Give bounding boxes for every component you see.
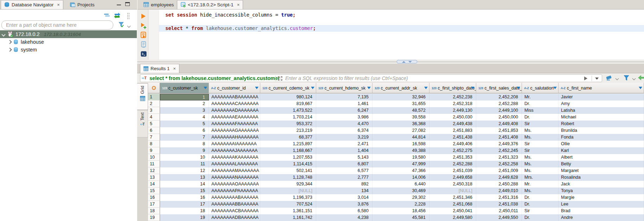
- cell-c_first_sales_date_sk-row7[interactable]: 2,451,408: [476, 134, 522, 141]
- cell-c_customer_id-row18[interactable]: AAAAAAAACBAAAAAA: [209, 208, 260, 214]
- collapse-all-icon[interactable]: [103, 13, 110, 18]
- execute-new-tab-button[interactable]: [140, 23, 147, 29]
- cell-c_current_cdemo_sk-row8[interactable]: 1,215,897: [260, 141, 316, 147]
- cell-c_current_hdemo_sk-row8[interactable]: 2,471: [316, 141, 372, 147]
- row-number[interactable]: 19: [148, 214, 160, 221]
- expander-icon[interactable]: [8, 48, 11, 51]
- cell-c_first_name-row4[interactable]: Michael: [559, 114, 644, 121]
- tab-database-navigator[interactable]: Database Navigator ×: [1, 0, 63, 9]
- column-header-c_current_addr_sk[interactable]: 123c_current_addr_sk: [372, 83, 429, 93]
- row-number[interactable]: 14: [148, 181, 160, 188]
- cell-c_current_hdemo_sk-row9[interactable]: 1,404: [316, 147, 372, 154]
- results-grid[interactable]: 123c_customer_skA-Zc_customer_id123c_cur…: [148, 83, 644, 221]
- cell-c_current_addr_sk-row9[interactable]: 49,388: [372, 147, 429, 154]
- cell-c_customer_sk-row12[interactable]: 12: [160, 167, 209, 174]
- cell-c_current_cdemo_sk-row1[interactable]: 980,124: [260, 94, 316, 100]
- close-icon[interactable]: ×: [237, 2, 240, 7]
- cell-c_salutation-row18[interactable]: Sir: [522, 208, 559, 214]
- cell-c_current_addr_sk-row5[interactable]: 36,368: [372, 121, 429, 127]
- cell-c_customer_sk-row5[interactable]: 5: [160, 121, 209, 127]
- column-menu-dropdown-icon[interactable]: [639, 87, 642, 89]
- collapse-up-icon[interactable]: [402, 61, 406, 63]
- cell-c_salutation-row12[interactable]: Ms.: [522, 167, 559, 174]
- cell-c_customer_id-row11[interactable]: AAAAAAAALAAAAAAA: [209, 161, 260, 167]
- splitter-collapse-control[interactable]: [397, 60, 417, 63]
- toolbar-grip-icon[interactable]: [127, 12, 130, 19]
- code-line[interactable]: select * from lakehouse.customer_analyti…: [165, 25, 316, 32]
- cell-c_current_cdemo_sk-row4[interactable]: 1,703,214: [260, 114, 316, 121]
- tree-item-system[interactable]: system: [0, 46, 137, 54]
- cell-c_first_sales_date_sk-row8[interactable]: 2,449,376: [476, 141, 522, 147]
- expand-filter-icon[interactable]: [278, 76, 283, 81]
- link-with-editor-icon[interactable]: [113, 12, 121, 18]
- cell-c_first_sales_date_sk-row9[interactable]: 2,452,245: [476, 147, 522, 154]
- cell-c_customer_id-row7[interactable]: AAAAAAAAHAAAAAAA: [209, 134, 260, 141]
- cell-c_current_addr_sk-row3[interactable]: 48,572: [372, 107, 429, 114]
- collapse-down-icon[interactable]: [408, 61, 412, 63]
- tab-script-1[interactable]: <172.18.0.2> Script-1 ×: [177, 0, 243, 9]
- editor-results-splitter[interactable]: [137, 60, 644, 64]
- cell-c_current_cdemo_sk-row19[interactable]: 1,161,742: [260, 214, 316, 221]
- cell-c_current_cdemo_sk-row2[interactable]: 819,667: [260, 100, 316, 107]
- cell-c_salutation-row10[interactable]: Ms.: [522, 154, 559, 161]
- column-header-c_first_shipto_date_sk[interactable]: 123c_first_shipto_date_sk: [429, 83, 476, 93]
- cell-c_customer_sk-row19[interactable]: 19: [160, 214, 209, 221]
- cell-c_first_sales_date_sk-row5[interactable]: 2,449,408: [476, 121, 522, 127]
- cell-c_current_addr_sk-row14[interactable]: 6,440: [372, 181, 429, 188]
- cell-c_first_shipto_date_sk-row6[interactable]: 2,451,883: [429, 127, 476, 134]
- cell-c_current_cdemo_sk-row3[interactable]: 1,473,522: [260, 107, 316, 114]
- cell-c_first_name-row5[interactable]: Robert: [559, 121, 644, 127]
- cell-c_first_shipto_date_sk-row10[interactable]: 2,451,353: [429, 154, 476, 161]
- cell-c_current_hdemo_sk-row13[interactable]: 2,777: [316, 174, 372, 181]
- cell-c_first_name-row12[interactable]: Margaret: [559, 167, 644, 174]
- grid-corner-cell[interactable]: [148, 83, 160, 93]
- cell-c_customer_id-row14[interactable]: AAAAAAAAOAAAAAAA: [209, 181, 260, 188]
- column-header-c_customer_id[interactable]: A-Zc_customer_id: [209, 83, 260, 93]
- column-header-c_current_hdemo_sk[interactable]: 123c_current_hdemo_sk: [316, 83, 372, 93]
- cell-c_current_addr_sk-row16[interactable]: 29,302: [372, 194, 429, 201]
- cell-c_customer_sk-row8[interactable]: 8: [160, 141, 209, 147]
- column-menu-dropdown-icon[interactable]: [204, 87, 207, 89]
- cell-c_customer_id-row2[interactable]: AAAAAAAACAAAAAAA: [209, 100, 260, 107]
- cell-c_current_hdemo_sk-row5[interactable]: 4,470: [316, 121, 372, 127]
- cell-c_customer_id-row9[interactable]: AAAAAAAAJAAAAAAA: [209, 147, 260, 154]
- cell-c_first_sales_date_sk-row3[interactable]: 2,449,100: [476, 107, 522, 114]
- column-header-c_salutation[interactable]: A-Zc_salutation: [522, 83, 559, 93]
- side-tab-text[interactable]: Text ‹›T: [137, 110, 148, 137]
- cell-c_first_sales_date_sk-row18[interactable]: 2,450,011: [476, 208, 522, 214]
- tab-projects[interactable]: Projects: [67, 0, 98, 9]
- cell-c_first_name-row16[interactable]: Margie: [559, 194, 644, 201]
- cell-c_customer_sk-row17[interactable]: 17: [160, 201, 209, 208]
- cell-c_customer_id-row19[interactable]: AAAAAAAADBAAAAAA: [209, 214, 260, 221]
- expander-icon[interactable]: [8, 40, 11, 44]
- cell-c_first_sales_date_sk-row4[interactable]: 2,450,000: [476, 114, 522, 121]
- row-number[interactable]: 13: [148, 174, 160, 181]
- cell-c_current_hdemo_sk-row17[interactable]: 3,876: [316, 201, 372, 208]
- cell-c_first_shipto_date_sk-row12[interactable]: 2,451,039: [429, 167, 476, 174]
- cell-c_first_sales_date_sk-row19[interactable]: 2,449,550: [476, 214, 522, 221]
- cell-c_first_name-row11[interactable]: Betty: [559, 161, 644, 167]
- column-menu-dropdown-icon[interactable]: [367, 87, 371, 89]
- execute-script-button[interactable]: [140, 32, 147, 39]
- cell-c_first_name-row1[interactable]: Javier: [559, 94, 644, 100]
- cell-c_first_shipto_date_sk-row9[interactable]: 2,452,275: [429, 147, 476, 154]
- cell-c_salutation-row13[interactable]: Mrs.: [522, 174, 559, 181]
- filters-dropdown-chevron[interactable]: [632, 77, 636, 80]
- expander-icon[interactable]: [2, 32, 5, 36]
- maximize-panel-button[interactable]: [125, 2, 130, 7]
- execute-statement-button[interactable]: [140, 13, 146, 19]
- cell-c_customer_id-row8[interactable]: AAAAAAAAIAAAAAAA: [209, 141, 260, 147]
- refresh-back-arrow-icon[interactable]: [638, 75, 644, 81]
- row-number[interactable]: 3: [148, 107, 160, 114]
- cell-c_customer_sk-row15[interactable]: 15: [160, 188, 209, 194]
- cell-c_customer_sk-row14[interactable]: 14: [160, 181, 209, 188]
- cell-c_salutation-row9[interactable]: Sir: [522, 147, 559, 154]
- cell-c_customer_id-row10[interactable]: AAAAAAAAKAAAAAAA: [209, 154, 260, 161]
- cell-c_current_cdemo_sk-row10[interactable]: 1,207,553: [260, 154, 316, 161]
- cell-c_current_hdemo_sk-row15[interactable]: 134: [316, 188, 372, 194]
- cell-c_first_name-row9[interactable]: Karl: [559, 147, 644, 154]
- cell-c_first_name-row10[interactable]: Albert: [559, 154, 644, 161]
- row-number[interactable]: 10: [148, 154, 160, 161]
- cell-c_salutation-row3[interactable]: Miss: [522, 107, 559, 114]
- cell-c_first_name-row18[interactable]: Brad: [559, 208, 644, 214]
